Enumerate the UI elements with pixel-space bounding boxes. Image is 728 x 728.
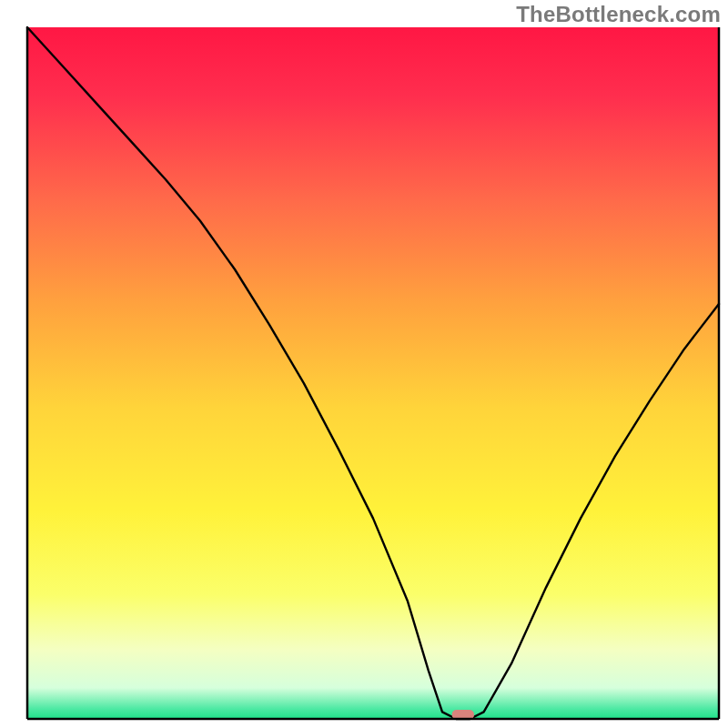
chart-container: TheBottleneck.com — [0, 0, 728, 728]
plot-background — [27, 27, 719, 719]
watermark-text: TheBottleneck.com — [516, 2, 721, 27]
bottleneck-chart — [0, 0, 728, 728]
